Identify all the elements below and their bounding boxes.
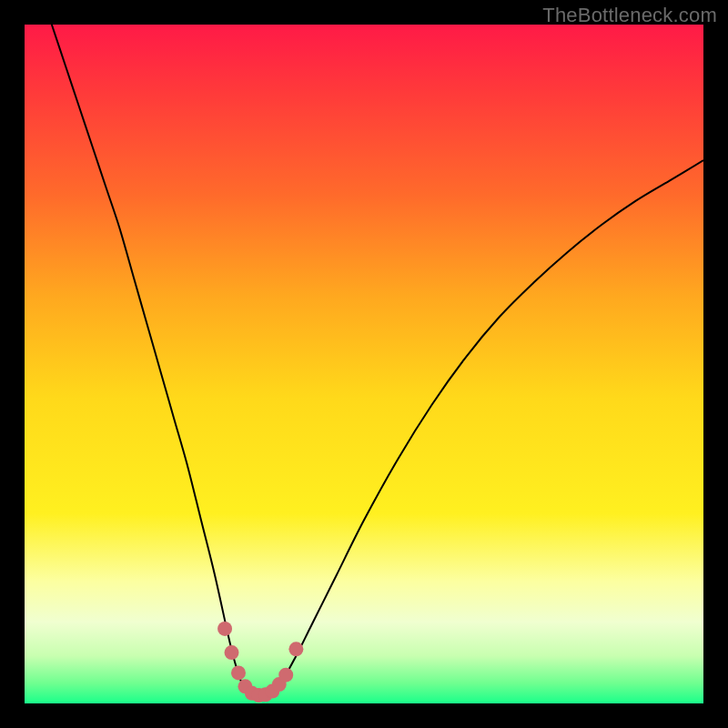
- bottleneck-curve: [52, 25, 703, 697]
- valley-marker: [217, 622, 232, 636]
- watermark-text: TheBottleneck.com: [542, 4, 717, 27]
- curve-layer: [25, 25, 703, 703]
- valley-marker: [288, 642, 303, 656]
- valley-marker: [225, 645, 239, 660]
- plot-area: [25, 25, 703, 703]
- valley-marker: [278, 668, 293, 682]
- valley-markers-group: [217, 622, 303, 703]
- valley-marker: [231, 665, 246, 680]
